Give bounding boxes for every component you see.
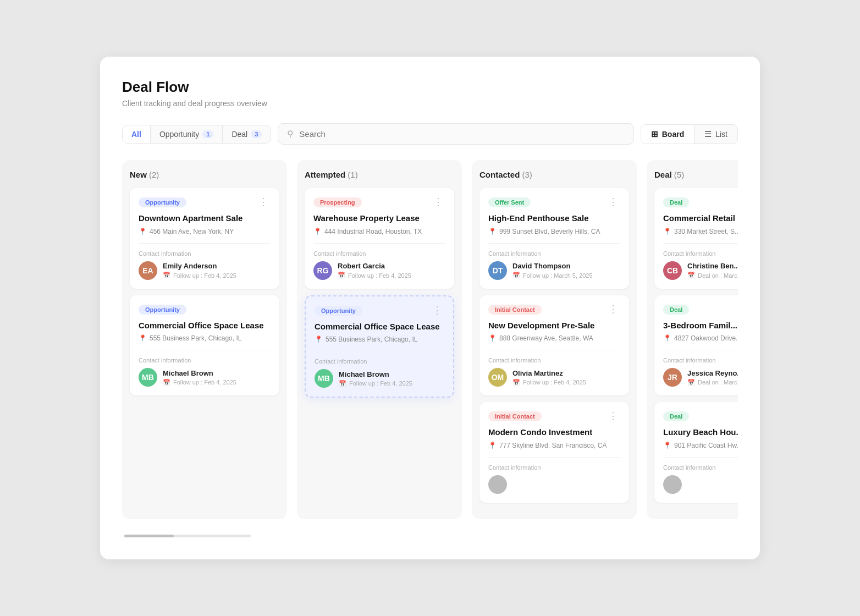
card-divider [313, 243, 445, 244]
column-deal: Deal (5)Deal⋮Commercial Retail 📍 330 Mar… [647, 160, 738, 519]
avatar: MB [315, 369, 333, 388]
scrollbar-thumb[interactable] [124, 535, 174, 537]
card-title: Downtown Apartment Sale [139, 213, 271, 224]
deal-card-c6[interactable]: Initial Contact⋮Modern Condo Investment … [479, 402, 629, 503]
search-box: ⚲ [278, 123, 633, 145]
contact-row: DT David Thompson 📅 Follow up : March 5,… [488, 261, 620, 280]
contact-name: Robert Garcia [338, 262, 411, 270]
card-title: Commercial Office Space Lease [139, 320, 271, 331]
list-view-button[interactable]: ☰ List [694, 125, 737, 144]
contact-label: Contact information [663, 250, 738, 257]
card-location: 📍 456 Main Ave, New York, NY [139, 228, 271, 235]
filter-deal-badge: 3 [251, 130, 262, 138]
list-icon: ☰ [704, 129, 712, 139]
contact-label: Contact information [488, 464, 620, 471]
column-title: Deal [654, 170, 672, 179]
column-title: New [130, 170, 147, 179]
card-tag: Initial Contact [488, 305, 542, 315]
dragging-card[interactable]: Opportunity⋮Commercial Office Space Leas… [305, 295, 454, 398]
card-title: Commercial Office Space Lease [315, 321, 444, 332]
board-icon: ⊞ [651, 129, 658, 139]
contact-label: Contact information [139, 357, 271, 364]
contact-row: OM Olivia Martinez 📅 Follow up : Feb 4, … [488, 368, 620, 387]
card-more-button[interactable]: ⋮ [430, 196, 446, 208]
board-area: New (2)Opportunity⋮Downtown Apartment Sa… [122, 160, 738, 528]
contact-row: RG Robert Garcia 📅 Follow up : Feb 4, 20… [313, 261, 445, 280]
column-count: (3) [522, 170, 532, 179]
contact-name: Emily Anderson [163, 262, 236, 270]
app-subtitle: Client tracking and deal progress overvi… [122, 99, 738, 108]
column-header-deal: Deal (5) [654, 170, 738, 179]
contact-name: David Thompson [512, 262, 593, 270]
contact-row: MB Michael Brown 📅 Follow up : Feb 4, 20… [139, 368, 271, 387]
avatar: DT [488, 261, 507, 280]
card-more-button[interactable]: ⋮ [605, 410, 621, 422]
deal-card-c7[interactable]: Deal⋮Commercial Retail 📍 330 Market Stre… [654, 188, 738, 289]
column-count: (1) [348, 170, 357, 179]
card-more-button[interactable]: ⋮ [429, 304, 445, 316]
location-icon: 📍 [663, 228, 671, 235]
calendar-icon: 📅 [339, 380, 346, 387]
avatar: JR [663, 368, 682, 387]
follow-up: 📅 Follow up : Feb 4, 2025 [338, 272, 411, 279]
contact-row: MB Michael Brown 📅 Follow up : Feb 4, 20… [315, 369, 444, 388]
card-more-button[interactable]: ⋮ [255, 196, 272, 208]
card-tag: Opportunity [139, 305, 186, 315]
avatar [488, 475, 507, 494]
card-divider [488, 457, 620, 458]
contact-row [663, 475, 738, 494]
board-view-button[interactable]: ⊞ Board [641, 125, 694, 144]
card-title: Commercial Retail [663, 213, 738, 224]
card-location: 📍 555 Business Park, Chicago, IL [315, 336, 444, 343]
card-tag: Prospecting [313, 197, 362, 207]
filter-opportunity-label: Opportunity [159, 130, 199, 139]
contact-row: EA Emily Anderson 📅 Follow up : Feb 4, 2… [139, 261, 271, 280]
deal-card-c3[interactable]: Prospecting⋮Warehouse Property Lease 📍 4… [305, 188, 454, 289]
contact-row: JR Jessica Reyno... 📅 Deal on : Marc... [663, 368, 738, 387]
scrollbar-area [122, 528, 738, 537]
calendar-icon: 📅 [338, 272, 345, 279]
card-location: 📍 330 Market Street, S... [663, 228, 738, 235]
filter-all-label: All [131, 130, 141, 139]
location-icon: 📍 [139, 334, 147, 342]
card-tag: Offer Sent [488, 197, 531, 207]
deal-card-c4[interactable]: Offer Sent⋮High-End Penthouse Sale 📍 999… [479, 188, 629, 289]
calendar-icon: 📅 [163, 379, 170, 386]
search-input[interactable] [299, 129, 624, 139]
app-container: Deal Flow Client tracking and deal progr… [100, 57, 760, 559]
list-label: List [715, 130, 727, 139]
card-location: 📍 777 Skyline Blvd, San Francisco, CA [488, 442, 620, 449]
card-title: Warehouse Property Lease [313, 213, 445, 224]
filter-deal-button[interactable]: Deal 3 [223, 125, 271, 143]
contact-name: Olivia Martinez [512, 369, 586, 377]
deal-card-c2[interactable]: OpportunityCommercial Office Space Lease… [130, 295, 279, 396]
deal-card-c5[interactable]: Initial Contact⋮New Development Pre-Sale… [479, 295, 629, 396]
filter-group: All Opportunity 1 Deal 3 [122, 125, 271, 144]
card-divider [139, 350, 271, 350]
avatar: OM [488, 368, 507, 387]
column-title: Attempted [305, 170, 345, 179]
calendar-icon: 📅 [512, 379, 520, 386]
card-more-button[interactable]: ⋮ [605, 196, 621, 208]
card-divider [663, 350, 738, 350]
column-title: Contacted [479, 170, 520, 179]
location-icon: 📍 [313, 228, 322, 235]
deal-card-c9[interactable]: DealLuxury Beach Hou... 📍 901 Pacific Co… [654, 402, 738, 503]
location-icon: 📍 [663, 334, 671, 342]
board-label: Board [662, 130, 684, 139]
location-icon: 📍 [488, 228, 497, 235]
scrollbar-track[interactable] [124, 535, 251, 537]
filter-all-button[interactable]: All [123, 125, 151, 143]
contact-name: Jessica Reyno... [687, 369, 738, 377]
deal-card-c1[interactable]: Opportunity⋮Downtown Apartment Sale 📍 45… [130, 188, 279, 289]
card-divider [488, 243, 620, 244]
location-icon: 📍 [139, 228, 147, 235]
card-location: 📍 444 Industrial Road, Houston, TX [313, 228, 445, 235]
card-location: 📍 901 Pacific Coast Hw... [663, 442, 738, 449]
filter-opportunity-button[interactable]: Opportunity 1 [151, 125, 223, 143]
deal-card-c8[interactable]: Deal3-Bedroom Famil... 📍 4827 Oakwood Dr… [654, 295, 738, 396]
contact-name: Christine Ben... [687, 262, 738, 270]
avatar: MB [139, 368, 157, 387]
location-icon: 📍 [488, 334, 497, 342]
card-more-button[interactable]: ⋮ [605, 303, 621, 315]
